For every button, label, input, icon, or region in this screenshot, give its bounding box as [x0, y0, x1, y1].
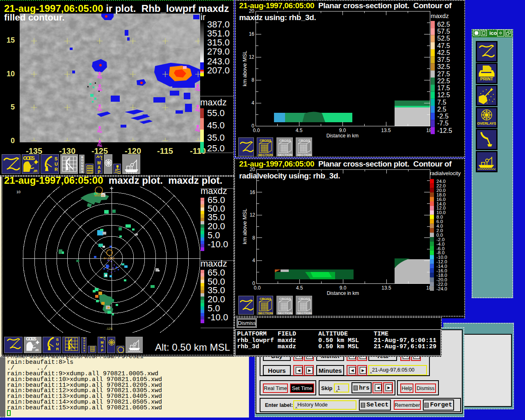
svg-text:4: 4 — [252, 258, 255, 263]
svg-text:-2.5: -2.5 — [437, 113, 449, 120]
svg-text:8: 8 — [251, 77, 254, 83]
svg-text:b<-125-6: b<-125-6 — [104, 257, 115, 260]
svg-text:9.0: 9.0 — [339, 128, 346, 133]
svg-text:km above MSL: km above MSL — [242, 209, 248, 244]
svg-text:12: 12 — [250, 212, 256, 218]
svg-text:7.5: 7.5 — [437, 99, 446, 106]
svg-text:13.5: 13.5 — [381, 128, 391, 133]
svg-text:16: 16 — [250, 189, 256, 195]
svg-text:wind=mt: wind=mt — [94, 194, 105, 197]
svg-text:57.5: 57.5 — [437, 28, 450, 35]
svg-text:12.5: 12.5 — [437, 91, 450, 98]
svg-text:42.5: 42.5 — [437, 49, 450, 56]
svg-text:maxdz: maxdz — [431, 12, 449, 19]
svg-text:32.5: 32.5 — [437, 63, 450, 70]
svg-text:0.0: 0.0 — [253, 128, 260, 133]
svg-text:8: 8 — [252, 235, 255, 241]
svg-text:4: 4 — [251, 100, 254, 106]
svg-text:62.5: 62.5 — [437, 21, 450, 28]
svg-text:km above MSL: km above MSL — [242, 51, 248, 87]
svg-text:47.5: 47.5 — [437, 42, 450, 49]
svg-text:radialvelocity: radialvelocity — [430, 170, 461, 176]
svg-text:52.5: 52.5 — [437, 35, 450, 42]
svg-text:12: 12 — [249, 54, 255, 60]
svg-text:-24.0: -24.0 — [436, 286, 447, 291]
svg-text:-7.5: -7.5 — [437, 120, 449, 127]
svg-text:16: 16 — [249, 31, 255, 37]
svg-text:2.5: 2.5 — [437, 106, 446, 113]
svg-text:0.0: 0.0 — [254, 285, 261, 291]
svg-text:17.5: 17.5 — [437, 84, 450, 91]
svg-text:4.5: 4.5 — [296, 128, 303, 133]
svg-text:4.5: 4.5 — [296, 285, 303, 291]
svg-text:13.5: 13.5 — [381, 285, 391, 291]
svg-text:-125: -125 — [106, 327, 113, 331]
svg-text:-12.5: -12.5 — [437, 127, 452, 134]
svg-text:Distance in km: Distance in km — [326, 133, 359, 139]
svg-text:Distance in km: Distance in km — [327, 290, 359, 296]
svg-text:37.5: 37.5 — [437, 56, 450, 63]
svg-text:27.5: 27.5 — [437, 71, 450, 78]
svg-text:22.5: 22.5 — [437, 78, 450, 84]
svg-text:9.0: 9.0 — [340, 285, 347, 291]
